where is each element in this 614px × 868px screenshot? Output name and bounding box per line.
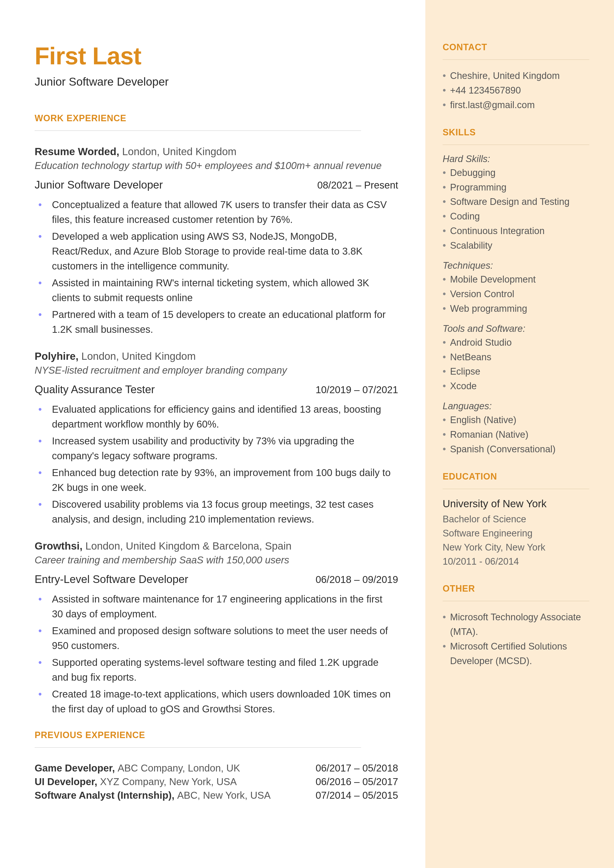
previous-experience-header: PREVIOUS EXPERIENCE bbox=[35, 730, 401, 740]
job-role: Entry-Level Software Developer bbox=[35, 573, 188, 585]
job-role-row: Junior Software Developer08/2021 – Prese… bbox=[35, 179, 401, 191]
job-bullet: Evaluated applications for efficiency ga… bbox=[52, 402, 401, 432]
job-bullet: Conceptualized a feature that allowed 7K… bbox=[52, 197, 401, 227]
skill-item: Eclipse bbox=[443, 364, 589, 379]
contact-item: +44 1234567890 bbox=[443, 83, 589, 98]
contact-section: CONTACT Cheshire, United Kingdom+44 1234… bbox=[443, 42, 589, 112]
job-bullet: Enhanced bug detection rate by 93%, an i… bbox=[52, 465, 401, 495]
languages-label: Languages: bbox=[443, 401, 589, 411]
previous-row: Game Developer, ABC Company, London, UK0… bbox=[35, 762, 401, 774]
previous-row: Software Analyst (Internship), ABC, New … bbox=[35, 790, 401, 801]
skill-item: Debugging bbox=[443, 166, 589, 180]
divider bbox=[443, 59, 589, 60]
skill-item: Coding bbox=[443, 209, 589, 224]
skill-item: NetBeans bbox=[443, 350, 589, 365]
education-dates: 10/2011 - 06/2014 bbox=[443, 554, 589, 568]
previous-role-company: UI Developer, XYZ Company, New York, USA bbox=[35, 776, 237, 787]
divider bbox=[35, 130, 361, 131]
education-section: EDUCATION University of New York Bachelo… bbox=[443, 471, 589, 568]
job-company-line: Growthsi, London, United Kingdom & Barce… bbox=[35, 540, 401, 552]
job-entry: Growthsi, London, United Kingdom & Barce… bbox=[35, 540, 401, 716]
job-bullet: Increased system usability and productiv… bbox=[52, 433, 401, 463]
education-header: EDUCATION bbox=[443, 471, 589, 482]
job-description: NYSE-listed recruitment and employer bra… bbox=[35, 365, 401, 376]
job-entry: Resume Worded, London, United KingdomEdu… bbox=[35, 146, 401, 337]
job-bullet: Assisted in software maintenance for 17 … bbox=[52, 592, 401, 621]
languages-list: English (Native)Romanian (Native)Spanish… bbox=[443, 413, 589, 457]
previous-container: Game Developer, ABC Company, London, UK0… bbox=[35, 762, 401, 801]
job-bullets: Evaluated applications for efficiency ga… bbox=[35, 402, 401, 526]
job-bullet: Supported operating systems-level softwa… bbox=[52, 655, 401, 685]
previous-dates: 06/2017 – 05/2018 bbox=[316, 762, 401, 774]
skill-item: Scalability bbox=[443, 238, 589, 253]
previous-role-company: Software Analyst (Internship), ABC, New … bbox=[35, 790, 271, 801]
job-company-line: Resume Worded, London, United Kingdom bbox=[35, 146, 401, 158]
previous-role-company: Game Developer, ABC Company, London, UK bbox=[35, 762, 240, 774]
skill-item: Mobile Development bbox=[443, 272, 589, 287]
job-entry: Polyhire, London, United KingdomNYSE-lis… bbox=[35, 350, 401, 526]
skill-item: Software Design and Testing bbox=[443, 194, 589, 209]
skill-item: Spanish (Conversational) bbox=[443, 442, 589, 457]
other-list: Microsoft Technology Associate (MTA).Mic… bbox=[443, 610, 589, 668]
jobs-container: Resume Worded, London, United KingdomEdu… bbox=[35, 146, 401, 716]
job-dates: 08/2021 – Present bbox=[317, 180, 401, 191]
skills-section: SKILLS Hard Skills: DebuggingProgramming… bbox=[443, 127, 589, 457]
contact-item: Cheshire, United Kingdom bbox=[443, 68, 589, 83]
contact-list: Cheshire, United Kingdom+44 1234567890fi… bbox=[443, 68, 589, 112]
education-location: New York City, New York bbox=[443, 540, 589, 554]
skill-item: Version Control bbox=[443, 287, 589, 301]
job-dates: 06/2018 – 09/2019 bbox=[316, 574, 401, 585]
divider bbox=[443, 489, 589, 489]
skill-item: Continuous Integration bbox=[443, 224, 589, 238]
education-field: Software Engineering bbox=[443, 526, 589, 540]
tools-list: Android StudioNetBeansEclipseXcode bbox=[443, 335, 589, 394]
job-description: Career training and membership SaaS with… bbox=[35, 554, 401, 566]
techniques-label: Techniques: bbox=[443, 260, 589, 271]
candidate-title: Junior Software Developer bbox=[35, 75, 401, 89]
job-bullet: Developed a web application using AWS S3… bbox=[52, 229, 401, 273]
job-bullet: Assisted in maintaining RW's internal ti… bbox=[52, 275, 401, 305]
job-bullets: Conceptualized a feature that allowed 7K… bbox=[35, 197, 401, 337]
education-degree: Bachelor of Science bbox=[443, 512, 589, 526]
job-description: Education technology startup with 50+ em… bbox=[35, 160, 401, 171]
skill-item: Programming bbox=[443, 180, 589, 195]
skills-header: SKILLS bbox=[443, 127, 589, 138]
job-role-row: Entry-Level Software Developer06/2018 – … bbox=[35, 573, 401, 585]
previous-dates: 07/2014 – 05/2015 bbox=[316, 790, 401, 801]
contact-header: CONTACT bbox=[443, 42, 589, 53]
skill-item: Android Studio bbox=[443, 335, 589, 350]
sidebar-column: CONTACT Cheshire, United Kingdom+44 1234… bbox=[425, 0, 614, 868]
previous-row: UI Developer, XYZ Company, New York, USA… bbox=[35, 776, 401, 787]
skill-item: Web programming bbox=[443, 301, 589, 316]
job-company-line: Polyhire, London, United Kingdom bbox=[35, 350, 401, 362]
job-role: Quality Assurance Tester bbox=[35, 383, 155, 396]
job-bullet: Examined and proposed design software so… bbox=[52, 623, 401, 653]
skill-item: English (Native) bbox=[443, 413, 589, 427]
candidate-name: First Last bbox=[35, 42, 401, 70]
skill-item: Xcode bbox=[443, 379, 589, 393]
job-role: Junior Software Developer bbox=[35, 179, 163, 191]
other-section: OTHER Microsoft Technology Associate (MT… bbox=[443, 584, 589, 668]
job-bullet: Discovered usability problems via 13 foc… bbox=[52, 497, 401, 526]
previous-dates: 06/2016 – 05/2017 bbox=[316, 776, 401, 787]
divider bbox=[35, 747, 361, 748]
contact-item: first.last@gmail.com bbox=[443, 98, 589, 112]
education-school: University of New York bbox=[443, 498, 589, 510]
other-header: OTHER bbox=[443, 584, 589, 594]
skill-item: Romanian (Native) bbox=[443, 427, 589, 442]
work-experience-header: WORK EXPERIENCE bbox=[35, 113, 401, 123]
other-item: Microsoft Certified Solutions Developer … bbox=[443, 639, 589, 668]
techniques-list: Mobile DevelopmentVersion ControlWeb pro… bbox=[443, 272, 589, 316]
tools-label: Tools and Software: bbox=[443, 323, 589, 334]
divider bbox=[443, 601, 589, 601]
hard-skills-label: Hard Skills: bbox=[443, 154, 589, 164]
job-bullets: Assisted in software maintenance for 17 … bbox=[35, 592, 401, 716]
job-role-row: Quality Assurance Tester10/2019 – 07/202… bbox=[35, 383, 401, 396]
other-item: Microsoft Technology Associate (MTA). bbox=[443, 610, 589, 639]
job-bullet: Partnered with a team of 15 developers t… bbox=[52, 307, 401, 337]
divider bbox=[443, 144, 589, 145]
hard-skills-list: DebuggingProgrammingSoftware Design and … bbox=[443, 166, 589, 253]
job-bullet: Created 18 image-to-text applications, w… bbox=[52, 686, 401, 716]
job-dates: 10/2019 – 07/2021 bbox=[316, 384, 401, 395]
main-column: First Last Junior Software Developer WOR… bbox=[0, 0, 425, 868]
